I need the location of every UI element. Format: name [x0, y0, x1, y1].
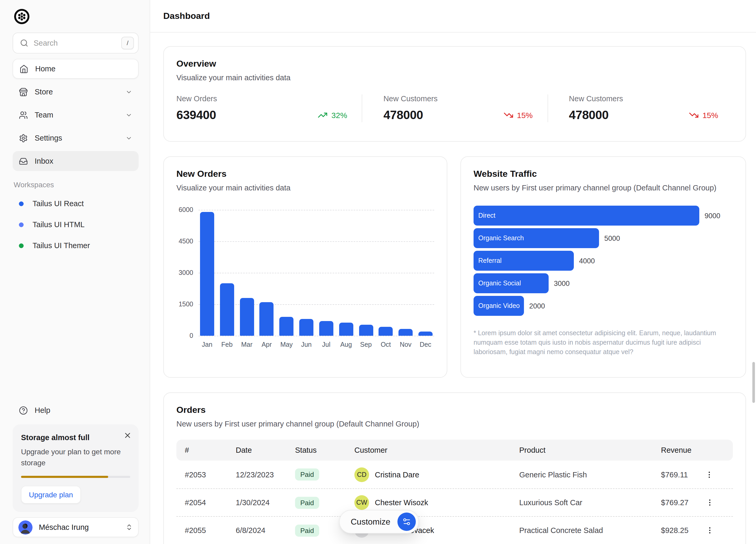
hbar-direct: Direct 9000 [474, 206, 733, 226]
stat-new-customers-2: New Customers 478000 15% [547, 94, 733, 122]
kebab-menu-icon [706, 526, 714, 535]
horizontal-bar-chart: Direct 9000 Organic Search 5000 Referral… [474, 206, 733, 316]
vertical-scrollbar[interactable] [752, 362, 755, 403]
workspace-dot-icon [19, 201, 24, 206]
kebab-menu-icon [706, 498, 714, 507]
workspace-label: Tailus UI React [33, 199, 84, 208]
revenue-value: $769.27 [661, 498, 692, 507]
status-badge: Paid [295, 468, 319, 480]
customer-name: Chester Wisozk [375, 498, 428, 507]
trend-down-indicator: 15% [689, 110, 718, 120]
column-header-status: Status [295, 446, 354, 454]
chevrons-up-down-icon [125, 524, 133, 531]
avatar: CW [354, 495, 369, 510]
workspace-dot-icon [19, 222, 24, 227]
chart-title: New Orders [176, 169, 434, 180]
order-date: 1/30/2024 [236, 498, 295, 507]
stat-label: New Orders [176, 94, 347, 103]
orders-title: Orders [176, 405, 733, 415]
stat-value: 478000 [384, 108, 423, 122]
sidebar-item-team[interactable]: Team [13, 105, 139, 125]
trending-down-icon [689, 110, 699, 120]
orders-subtitle: New users by First user primary channel … [176, 420, 733, 428]
row-actions-button[interactable] [692, 498, 728, 507]
bars-group [198, 210, 434, 336]
bar-mar [240, 298, 254, 336]
stat-new-customers-1: New Customers 478000 15% [362, 94, 548, 122]
workspace-item-tailus-ui-html[interactable]: Tailus UI HTML [13, 214, 139, 235]
sidebar-item-label: Team [35, 111, 53, 119]
y-axis-tick: 3000 [176, 269, 193, 276]
bar-may [280, 317, 294, 336]
gear-icon [19, 134, 28, 143]
column-header-revenue: Revenue [661, 446, 695, 454]
sidebar-item-inbox[interactable]: Inbox [13, 151, 139, 171]
status-badge: Paid [295, 524, 319, 536]
customize-button[interactable]: Customize [339, 510, 419, 534]
trend-down-indicator: 15% [503, 110, 533, 120]
bar-nov [398, 329, 413, 336]
storage-progress-track [21, 476, 130, 478]
kebab-menu-icon [705, 470, 714, 479]
home-icon [19, 64, 28, 73]
revenue-value: $769.11 [661, 470, 691, 479]
revenue-value: $928.25 [661, 526, 692, 535]
workspaces-list: Tailus UI React Tailus UI HTML Tailus UI… [13, 193, 139, 256]
hbar-value: 2000 [529, 302, 545, 310]
bar-sep [359, 325, 373, 336]
user-menu-button[interactable]: Méschac Irung [13, 517, 139, 537]
chevron-down-icon [125, 135, 132, 141]
sidebar: / Home Store Team Settings [0, 0, 150, 544]
order-id: #2054 [185, 498, 236, 507]
bar-chart: 6000 4500 3000 1500 0 [176, 210, 434, 336]
sidebar-nav: Home Store Team Settings [13, 59, 139, 171]
chevron-down-icon [125, 112, 132, 118]
search-input[interactable] [34, 39, 116, 47]
help-icon [19, 406, 28, 415]
row-actions-button[interactable] [692, 526, 728, 535]
sidebar-item-home[interactable]: Home [13, 59, 139, 79]
workspace-item-tailus-ui-react[interactable]: Tailus UI React [13, 193, 139, 214]
upgrade-plan-button[interactable]: Upgrade plan [21, 486, 81, 504]
trend-up-indicator: 32% [318, 110, 347, 120]
main-area: Dashboard Overview Visualize your main a… [150, 0, 756, 544]
chevron-down-icon [125, 88, 132, 95]
hbar-value: 9000 [705, 212, 720, 220]
bar-jul [319, 321, 333, 336]
hbar-organic-social: Organic Social 3000 [474, 273, 733, 293]
table-header-row: # Date Status Customer Product Revenue [176, 440, 733, 461]
customize-settings-circle[interactable] [397, 513, 416, 531]
column-header-id: # [185, 446, 236, 454]
bar-feb [220, 283, 234, 336]
sidebar-item-settings[interactable]: Settings [13, 128, 139, 148]
y-axis-tick: 4500 [176, 238, 193, 245]
order-id: #2053 [185, 470, 236, 479]
order-id: #2055 [185, 526, 236, 535]
workspace-label: Tailus UI HTML [33, 220, 85, 229]
workspace-item-tailus-ui-themer[interactable]: Tailus UI Themer [13, 235, 139, 256]
sidebar-item-store[interactable]: Store [13, 82, 139, 102]
stat-value: 639400 [176, 108, 216, 122]
row-actions-button[interactable] [691, 470, 728, 479]
x-axis-labels: JanFebMarAprMayJunJulAugSepOctNovDec [198, 341, 434, 348]
bar-jan [200, 212, 214, 336]
help-button[interactable]: Help [13, 400, 139, 420]
hbar-value: 5000 [604, 234, 620, 242]
trending-up-icon [318, 110, 328, 120]
traffic-footnote: * Lorem ipsum dolor sit amet consectetur… [474, 328, 728, 357]
storage-alert-card: Storage almost full Upgrade your plan to… [13, 424, 139, 512]
storage-progress-fill [21, 476, 108, 478]
bar-dec [418, 331, 433, 336]
overview-card: Overview Visualize your main activities … [163, 46, 746, 142]
customize-label: Customize [351, 517, 390, 526]
close-icon[interactable] [123, 431, 132, 440]
search-shortcut-key: / [121, 37, 134, 49]
workspace-dot-icon [19, 243, 24, 248]
search-box[interactable]: / [13, 33, 139, 54]
store-icon [19, 87, 28, 96]
stat-label: New Customers [384, 94, 533, 103]
hbar-organic-video: Organic Video 2000 [474, 296, 733, 316]
users-icon [19, 110, 28, 119]
product-name: Generic Plastic Fish [519, 470, 661, 479]
y-axis-tick: 0 [176, 332, 193, 339]
